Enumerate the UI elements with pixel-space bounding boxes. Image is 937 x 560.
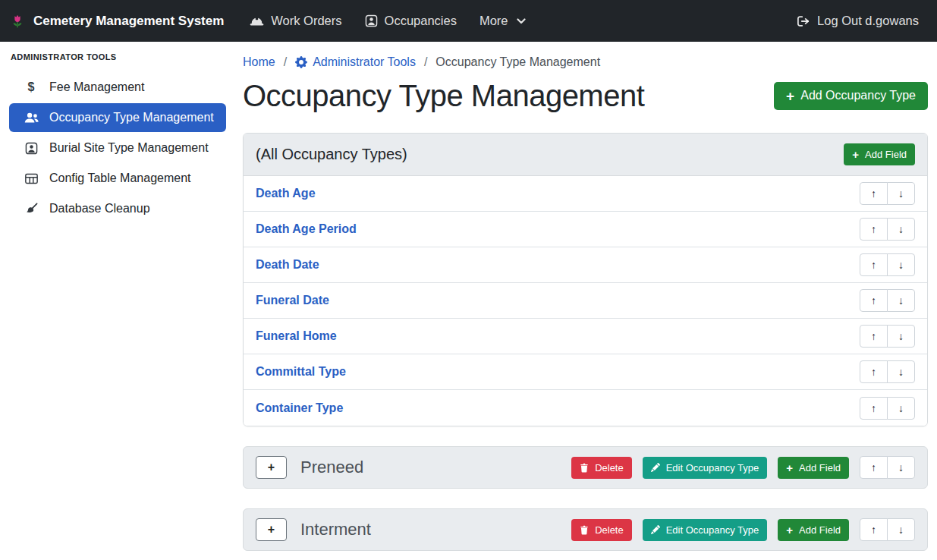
reorder-buttons: ↑ ↓ [860, 218, 915, 241]
logout-button[interactable]: Log Out d.gowans [797, 14, 919, 28]
trash-icon [580, 463, 589, 473]
plus-icon: + [786, 462, 793, 473]
breadcrumb-admin-tools-link[interactable]: Administrator Tools [295, 55, 416, 69]
main-content: Home / Administrator Tools / Occupancy T… [234, 42, 937, 551]
section-actions: Delete Edit Occupancy Type + Add Field ↑ [571, 456, 915, 479]
arrow-down-icon: ↓ [898, 402, 904, 414]
sidebar-item-occupancy-type-management[interactable]: Occupancy Type Management [9, 103, 226, 132]
edit-occupancy-type-button[interactable]: Edit Occupancy Type [643, 519, 768, 541]
sidebar-item-burial-site-type-management[interactable]: Burial Site Type Management [9, 134, 226, 162]
chevron-down-icon [517, 18, 526, 24]
edit-occupancy-type-button[interactable]: Edit Occupancy Type [643, 457, 768, 479]
nav-occupancies-label: Occupancies [385, 14, 457, 28]
nav-more[interactable]: More [480, 14, 526, 28]
breadcrumb: Home / Administrator Tools / Occupancy T… [243, 55, 928, 69]
expand-button[interactable]: + [256, 456, 287, 479]
arrow-up-icon: ↑ [871, 259, 876, 271]
delete-button[interactable]: Delete [571, 519, 632, 541]
sidebar-item-label: Database Cleanup [49, 200, 150, 218]
field-link[interactable]: Death Age [256, 187, 316, 200]
reorder-buttons: ↑ ↓ [860, 397, 915, 420]
occupancy-type-section-interment: + Interment Delete [243, 508, 928, 551]
top-navbar: Cemetery Management System Work Orders [0, 0, 937, 42]
delete-button[interactable]: Delete [571, 457, 632, 479]
sidebar-item-label: Fee Management [49, 78, 144, 96]
add-field-button[interactable]: + Add Field [778, 519, 849, 541]
move-down-button[interactable]: ↓ [887, 289, 915, 312]
field-link[interactable]: Death Age Period [256, 222, 357, 236]
users-icon [23, 112, 39, 124]
delete-label: Delete [595, 524, 624, 536]
move-up-button[interactable]: ↑ [860, 397, 888, 420]
move-down-button[interactable]: ↓ [887, 218, 915, 241]
arrow-up-icon: ↑ [871, 330, 876, 342]
arrow-up-icon: ↑ [871, 366, 876, 378]
arrow-down-icon: ↓ [898, 330, 904, 342]
arrow-down-icon: ↓ [898, 461, 904, 473]
field-link[interactable]: Container Type [256, 401, 343, 415]
add-field-label: Add Field [799, 462, 841, 473]
sidebar-item-database-cleanup[interactable]: Database Cleanup [9, 194, 226, 223]
reorder-buttons: ↑ ↓ [860, 253, 915, 276]
move-down-button[interactable]: ↓ [887, 518, 915, 541]
page-title: Occupancy Type Management [243, 78, 644, 113]
edit-occupancy-type-label: Edit Occupancy Type [666, 462, 759, 473]
field-link[interactable]: Funeral Home [256, 329, 337, 343]
plus-icon: + [852, 149, 859, 160]
move-up-button[interactable]: ↑ [860, 218, 888, 241]
add-occupancy-type-button[interactable]: + Add Occupancy Type [774, 82, 928, 110]
reorder-buttons: ↑ ↓ [860, 325, 915, 348]
reorder-buttons: ↑ ↓ [860, 289, 915, 312]
field-row: Death Age ↑ ↓ [244, 176, 927, 212]
move-up-button[interactable]: ↑ [860, 456, 888, 479]
move-down-button[interactable]: ↓ [887, 397, 915, 420]
move-down-button[interactable]: ↓ [887, 456, 915, 479]
sidebar-item-label: Occupancy Type Management [49, 109, 214, 127]
occupancy-type-name: Preneed [300, 458, 571, 477]
move-down-button[interactable]: ↓ [887, 182, 915, 205]
gear-icon [295, 56, 307, 68]
dollar-icon: $ [23, 78, 39, 96]
nav-work-orders[interactable]: Work Orders [250, 14, 341, 28]
arrow-down-icon: ↓ [898, 259, 904, 271]
plus-icon: + [786, 524, 793, 536]
arrow-up-icon: ↑ [871, 402, 876, 414]
field-link[interactable]: Committal Type [256, 365, 346, 379]
field-row: Funeral Date ↑ ↓ [244, 283, 927, 319]
occupancy-type-name: Interment [300, 520, 571, 540]
arrow-up-icon: ↑ [871, 187, 876, 200]
arrow-down-icon: ↓ [898, 524, 904, 536]
sidebar-heading: Administrator Tools [9, 52, 226, 61]
plus-icon: + [268, 523, 275, 536]
sidebar-item-fee-management[interactable]: $ Fee Management [9, 73, 226, 102]
table-icon [23, 173, 39, 184]
app-brand[interactable]: Cemetery Management System [9, 13, 224, 30]
field-link[interactable]: Death Date [256, 258, 319, 272]
move-up-button[interactable]: ↑ [860, 253, 888, 276]
add-field-button[interactable]: + Add Field [844, 143, 915, 165]
breadcrumb-separator: / [424, 55, 427, 69]
main-nav: Work Orders Occupancies More [250, 14, 525, 28]
add-field-label: Add Field [865, 149, 907, 160]
person-square-icon [23, 142, 39, 155]
move-up-button[interactable]: ↑ [860, 518, 888, 541]
delete-label: Delete [595, 462, 624, 473]
move-up-button[interactable]: ↑ [860, 289, 888, 312]
move-down-button[interactable]: ↓ [887, 360, 915, 383]
move-up-button[interactable]: ↑ [860, 360, 888, 383]
breadcrumb-admin-tools-label: Administrator Tools [313, 55, 416, 69]
field-link[interactable]: Funeral Date [256, 294, 329, 307]
add-field-label: Add Field [799, 524, 841, 536]
nav-occupancies[interactable]: Occupancies [365, 14, 457, 28]
expand-button[interactable]: + [256, 518, 287, 541]
field-row: Death Date ↑ ↓ [244, 247, 927, 283]
move-down-button[interactable]: ↓ [887, 325, 915, 348]
move-up-button[interactable]: ↑ [860, 182, 888, 205]
move-up-button[interactable]: ↑ [860, 325, 888, 348]
move-down-button[interactable]: ↓ [887, 253, 915, 276]
add-field-button[interactable]: + Add Field [778, 457, 849, 479]
breadcrumb-current: Occupancy Type Management [435, 55, 600, 69]
breadcrumb-home-link[interactable]: Home [243, 55, 275, 69]
broom-icon [23, 203, 39, 216]
sidebar-item-config-table-management[interactable]: Config Table Management [9, 164, 226, 193]
